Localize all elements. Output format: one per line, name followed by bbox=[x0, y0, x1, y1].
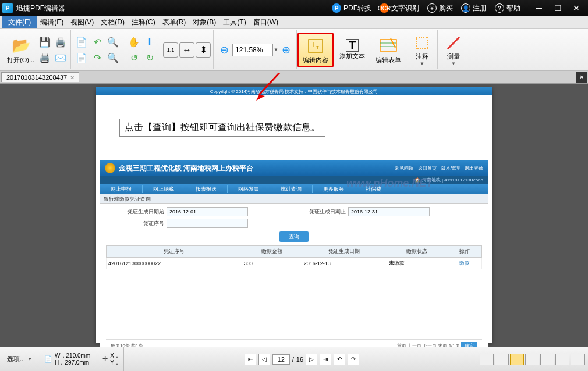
tax-nav-invoice[interactable]: 网络发票 bbox=[228, 186, 270, 193]
menu-object[interactable]: 对象(B) bbox=[189, 16, 219, 28]
pay-link[interactable]: 缴款 bbox=[459, 260, 470, 266]
ocr-icon: OCR bbox=[380, 3, 389, 13]
fit-page-button[interactable]: ⬍ bbox=[196, 42, 211, 58]
tab-overflow-button[interactable]: ✕ bbox=[576, 72, 587, 83]
view-facing-button[interactable] bbox=[525, 354, 539, 365]
undo-button[interactable]: ↶ bbox=[90, 34, 105, 49]
yen-icon: ¥ bbox=[427, 3, 437, 13]
svg-text:T: T bbox=[316, 45, 319, 50]
first-page-button[interactable]: ⇤ bbox=[245, 354, 256, 365]
close-button[interactable]: ✕ bbox=[567, 2, 586, 14]
save-icon: 💾 bbox=[39, 37, 51, 48]
print-button[interactable]: 🖨️ bbox=[37, 50, 52, 65]
menu-annotate[interactable]: 注释(C) bbox=[128, 16, 159, 28]
tax-nav-stats[interactable]: 统计查询 bbox=[270, 186, 313, 193]
zoom-out-button[interactable]: ⊖ bbox=[217, 42, 232, 58]
tax-link-faq[interactable]: 常见问题 bbox=[395, 165, 413, 172]
ocr-button[interactable]: OCR 文字识别 bbox=[376, 2, 423, 15]
mail-button[interactable]: ✉️ bbox=[53, 50, 68, 65]
query-button[interactable]: 查询 bbox=[279, 231, 309, 242]
pdf-page: Copyright © 2014河南省地方税务局 技术支持：中国软件与技术服务股… bbox=[96, 87, 492, 343]
nav-back-button[interactable]: ↶ bbox=[334, 354, 345, 365]
add-text-button[interactable]: T 添加文本 bbox=[337, 33, 367, 67]
measure-icon bbox=[443, 34, 464, 52]
page-number-input[interactable] bbox=[272, 354, 290, 365]
minimize-button[interactable]: ─ bbox=[530, 2, 548, 14]
menu-document[interactable]: 文档(D) bbox=[97, 16, 128, 28]
redo-button[interactable]: ↷ bbox=[90, 50, 105, 65]
tax-nav-social[interactable]: 社保费 bbox=[355, 186, 392, 193]
save-button[interactable]: 💾 bbox=[37, 34, 52, 49]
pager-go-button[interactable]: 确定 bbox=[461, 342, 477, 347]
tax-link-logout[interactable]: 退出登录 bbox=[465, 165, 483, 172]
doc2-button[interactable]: 📄 bbox=[74, 50, 89, 65]
input-date-start[interactable] bbox=[167, 207, 248, 216]
tax-nav-report[interactable]: 报表报送 bbox=[185, 186, 228, 193]
doc-button[interactable]: 📄 bbox=[74, 34, 89, 49]
search2-button[interactable]: 🔍 bbox=[105, 50, 121, 65]
emblem-icon bbox=[105, 163, 115, 173]
printer-icon: 🖨️ bbox=[55, 37, 66, 48]
rotate-cw-button[interactable]: ↻ bbox=[142, 50, 157, 65]
maximize-button[interactable]: ☐ bbox=[548, 2, 567, 14]
tax-link-version[interactable]: 版本管理 bbox=[441, 165, 460, 172]
zoom-in-button[interactable]: ⊕ bbox=[279, 42, 294, 58]
register-button[interactable]: 👤 注册 bbox=[458, 2, 490, 15]
view-facing-cont-button[interactable] bbox=[540, 354, 554, 365]
tax-subtitle: 银行端缴款凭证查询 bbox=[100, 194, 488, 204]
text-cursor-icon: I bbox=[148, 37, 151, 47]
chevron-down-icon[interactable]: ▼ bbox=[274, 47, 278, 52]
printer-icon: 🖨️ bbox=[39, 52, 51, 63]
document-tab[interactable]: 20170103143208437 × bbox=[1, 72, 79, 82]
tax-header: 金税三期工程优化版 河南地税网上办税平台 常见问题 返回首页 版本管理 退出登录 bbox=[100, 160, 488, 176]
menu-window[interactable]: 窗口(W) bbox=[250, 16, 282, 28]
text-cursor-button[interactable]: I bbox=[142, 34, 157, 49]
view-bookmarks-button[interactable] bbox=[480, 354, 494, 365]
input-seq[interactable] bbox=[167, 219, 248, 228]
next-page-button[interactable]: ▷ bbox=[306, 354, 317, 365]
page-footer-banner: Copyright © 2014河南省地方税务局 技术支持：中国软件与技术服务股… bbox=[96, 87, 492, 95]
tax-nav-declare[interactable]: 网上申报 bbox=[100, 186, 143, 193]
last-page-button[interactable]: ⇥ bbox=[320, 354, 331, 365]
menu-view[interactable]: 视图(V) bbox=[67, 16, 97, 28]
menu-file[interactable]: 文件(F) bbox=[2, 16, 37, 28]
help-button[interactable]: ? 帮助 bbox=[491, 2, 524, 15]
view-single-button[interactable] bbox=[495, 354, 509, 365]
menu-form[interactable]: 表单(R) bbox=[159, 16, 190, 28]
rotate-cw-icon: ↻ bbox=[146, 52, 154, 63]
pdf-convert-button[interactable]: P PDF转换 bbox=[328, 2, 375, 15]
edit-content-button[interactable]: TT 编辑内容 bbox=[297, 33, 334, 67]
document-viewport[interactable]: 河东软件园 www.pc0359.cn Copyright © 2014河南省地… bbox=[0, 84, 588, 347]
open-button[interactable]: 📂 打开(O)... bbox=[5, 33, 37, 67]
tab-close-button[interactable]: × bbox=[70, 74, 74, 81]
chevron-down-icon[interactable]: ▼ bbox=[27, 356, 32, 362]
fit-width-button[interactable]: ↔ bbox=[179, 42, 194, 58]
th-status: 缴款状态 bbox=[387, 246, 447, 258]
options-button[interactable]: 选项... bbox=[7, 355, 25, 363]
svg-rect-6 bbox=[416, 37, 428, 49]
search-button[interactable]: 🔍 bbox=[105, 34, 121, 49]
tax-link-home[interactable]: 返回首页 bbox=[418, 165, 437, 172]
prev-page-button[interactable]: ◁ bbox=[258, 354, 270, 365]
nav-fwd-button[interactable]: ↷ bbox=[348, 354, 359, 365]
input-date-end[interactable] bbox=[348, 207, 430, 216]
buy-button[interactable]: ¥ 购买 bbox=[424, 2, 456, 15]
fit-11-button[interactable]: 1:1 bbox=[163, 42, 178, 58]
tax-nav-pay[interactable]: 网上纳税 bbox=[143, 186, 185, 193]
measure-button[interactable]: 测量 ▼ bbox=[441, 33, 466, 67]
hand-button[interactable]: ✋ bbox=[126, 34, 141, 49]
redo-icon: ↷ bbox=[94, 52, 101, 63]
tax-nav-more[interactable]: 更多服务 bbox=[313, 186, 355, 193]
pager: 每页10条 共1条 首页 上一页 下一页 末页 1/1页 确定 bbox=[106, 339, 482, 347]
menu-edit[interactable]: 编辑(E) bbox=[37, 16, 67, 28]
zoom-input[interactable] bbox=[232, 44, 273, 56]
view-thumb-button[interactable] bbox=[555, 354, 569, 365]
edit-form-button[interactable]: 编辑表单 bbox=[373, 33, 403, 67]
annotate-button[interactable]: 注释 ▼ bbox=[409, 33, 435, 67]
table-row: 420161213000000022 300 2016-12-13 未缴款 缴款 bbox=[107, 258, 482, 269]
menu-tools[interactable]: 工具(T) bbox=[219, 16, 249, 28]
print2-button[interactable]: 🖨️ bbox=[53, 34, 68, 49]
view-rotate-button[interactable] bbox=[571, 354, 585, 365]
view-continuous-button[interactable] bbox=[510, 354, 524, 365]
rotate-ccw-button[interactable]: ↺ bbox=[126, 50, 141, 65]
